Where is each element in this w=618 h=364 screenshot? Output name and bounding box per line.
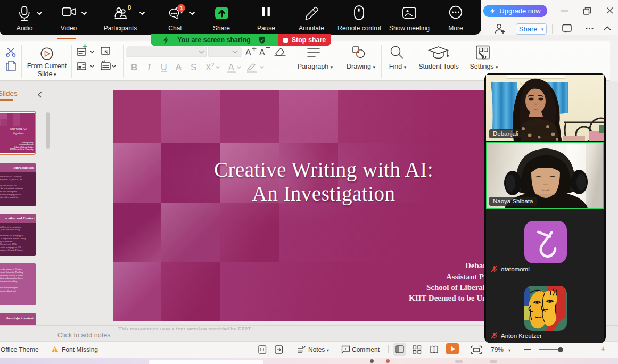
svg-text:2: 2 (211, 62, 215, 68)
svg-text:A: A (176, 63, 182, 72)
svg-text:A: A (259, 48, 265, 57)
svg-text:1: 1 (180, 5, 183, 11)
svg-text:A: A (228, 63, 234, 72)
svg-text:I: I (147, 62, 151, 72)
svg-text:U: U (161, 63, 167, 72)
svg-text:8: 8 (128, 4, 131, 11)
svg-text:B: B (131, 62, 137, 72)
svg-text:A: A (245, 48, 251, 57)
svg-text:X: X (205, 63, 211, 72)
svg-text:S: S (191, 62, 196, 72)
